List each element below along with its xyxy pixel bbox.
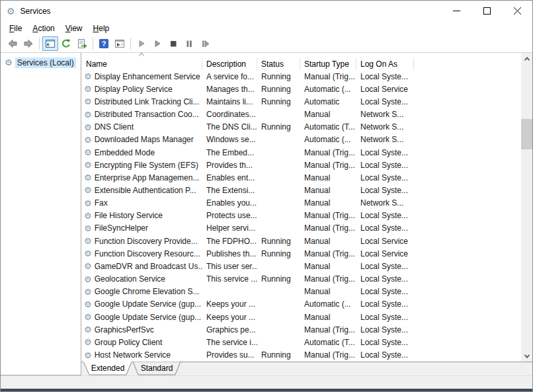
titlebar: ⚙ Services bbox=[1, 1, 532, 21]
table-row[interactable]: ⚙Group Policy ClientThe service i...Auto… bbox=[81, 336, 532, 348]
cell-log_on_as: Local Syste... bbox=[356, 223, 414, 233]
cell-startup_type: Manual bbox=[300, 173, 356, 182]
service-gear-icon: ⚙ bbox=[84, 186, 92, 194]
resume-service-button[interactable] bbox=[149, 36, 165, 51]
cell-name: ⚙Distributed Transaction Coo... bbox=[81, 110, 202, 119]
table-row[interactable]: ⚙Host Network ServiceProvides su...Runni… bbox=[81, 348, 532, 361]
cell-description: The Embed... bbox=[202, 148, 257, 157]
maximize-button[interactable] bbox=[472, 1, 502, 21]
cell-log_on_as: Network S... bbox=[356, 135, 414, 144]
table-row[interactable]: ⚙Google Update Service (gup...Keeps your… bbox=[81, 298, 532, 311]
cell-name: ⚙Google Update Service (gup... bbox=[81, 299, 202, 309]
cell-name: ⚙GameDVR and Broadcast Us... bbox=[81, 262, 202, 271]
table-row[interactable]: ⚙Encrypting File System (EFS)Provides th… bbox=[81, 159, 532, 171]
vertical-scrollbar[interactable] bbox=[521, 53, 532, 362]
service-gear-icon: ⚙ bbox=[84, 212, 92, 220]
cell-log_on_as: Local Syste... bbox=[356, 299, 414, 309]
table-row[interactable]: ⚙Geolocation ServiceThis service ...Runn… bbox=[81, 273, 532, 286]
cell-name: ⚙Host Network Service bbox=[81, 350, 202, 360]
table-row[interactable]: ⚙Display Policy ServiceManages th...Runn… bbox=[81, 83, 532, 95]
table-row[interactable]: ⚙Distributed Transaction Coo...Coordinat… bbox=[81, 108, 532, 120]
cell-log_on_as: Local Syste... bbox=[356, 97, 414, 106]
tree-item-services-local[interactable]: ⚙ Services (Local) bbox=[1, 56, 81, 69]
table-row[interactable]: ⚙GameDVR and Broadcast Us...This user se… bbox=[81, 260, 532, 272]
menu-view[interactable]: View bbox=[60, 22, 88, 34]
cell-log_on_as: Local Syste... bbox=[356, 325, 414, 334]
menu-help[interactable]: Help bbox=[88, 22, 115, 34]
restart-service-button[interactable] bbox=[197, 36, 213, 51]
cell-startup_type: Manual (Trig... bbox=[300, 249, 356, 258]
play-icon bbox=[152, 38, 163, 49]
list-header: Name Description Status Startup Type Log… bbox=[81, 53, 532, 70]
forward-button[interactable] bbox=[20, 36, 36, 51]
cell-startup_type: Automatic (... bbox=[300, 299, 356, 309]
table-row[interactable]: ⚙Google Update Service (gup...Keeps your… bbox=[81, 311, 532, 323]
export-list-button[interactable] bbox=[74, 36, 90, 51]
column-header-name[interactable]: Name bbox=[81, 58, 202, 70]
column-header-log-on-as[interactable]: Log On As bbox=[356, 58, 414, 70]
cell-log_on_as: Local Syste... bbox=[356, 161, 414, 170]
table-row[interactable]: ⚙Enterprise App Managemen...Enables ent.… bbox=[81, 171, 532, 184]
table-row[interactable]: ⚙Distributed Link Tracking Cli...Maintai… bbox=[81, 95, 532, 108]
toolbar-separator bbox=[39, 38, 40, 50]
cell-log_on_as: Local Syste... bbox=[356, 313, 414, 322]
cell-log_on_as: Local Syste... bbox=[356, 350, 414, 360]
service-gear-icon: ⚙ bbox=[84, 173, 92, 182]
table-row[interactable]: ⚙FaxEnables you...ManualNetwork S... bbox=[81, 197, 532, 210]
help-button[interactable]: ? bbox=[96, 36, 112, 51]
cell-name: ⚙Embedded Mode bbox=[81, 148, 202, 157]
menu-action[interactable]: Action bbox=[27, 22, 60, 34]
view-tabstrip: Extended Standard bbox=[81, 362, 532, 375]
column-header-startup-type[interactable]: Startup Type bbox=[300, 58, 356, 70]
cell-startup_type: Manual bbox=[300, 262, 356, 271]
pause-service-button[interactable] bbox=[181, 36, 197, 51]
table-row[interactable]: ⚙Function Discovery Resourc...Publishes … bbox=[81, 247, 532, 260]
cell-log_on_as: Network S... bbox=[356, 122, 414, 132]
cell-log_on_as: Network S... bbox=[356, 110, 414, 119]
table-row[interactable]: ⚙Embedded ModeThe Embed...Manual (Trig..… bbox=[81, 146, 532, 159]
menu-file[interactable]: File bbox=[4, 22, 27, 34]
service-list-panel: Name Description Status Startup Type Log… bbox=[81, 53, 532, 375]
cell-name: ⚙FileSyncHelper bbox=[81, 223, 202, 233]
table-row[interactable]: ⚙Downloaded Maps ManagerWindows se...Aut… bbox=[81, 134, 532, 146]
cell-startup_type: Automatic (T... bbox=[300, 338, 356, 347]
cell-name: ⚙Fax bbox=[81, 198, 202, 208]
service-gear-icon: ⚙ bbox=[84, 288, 92, 296]
cell-name: ⚙Google Update Service (gup... bbox=[81, 313, 202, 322]
table-row[interactable]: ⚙DNS ClientThe DNS Cli...RunningAutomati… bbox=[81, 121, 532, 134]
stop-service-button[interactable] bbox=[165, 36, 181, 51]
scrollbar-thumb[interactable] bbox=[521, 119, 532, 149]
tab-extended-label[interactable]: Extended bbox=[91, 364, 125, 373]
refresh-button[interactable] bbox=[58, 36, 74, 51]
cell-status: Running bbox=[257, 237, 300, 246]
minimize-icon bbox=[453, 7, 460, 15]
cell-startup_type: Manual (Trig... bbox=[300, 350, 356, 360]
scroll-down-button[interactable] bbox=[521, 350, 532, 362]
table-row[interactable]: ⚙Extensible Authentication P...The Exten… bbox=[81, 184, 532, 196]
scroll-up-button[interactable] bbox=[521, 53, 532, 64]
column-header-status[interactable]: Status bbox=[257, 58, 300, 70]
cell-log_on_as: Local Syste... bbox=[356, 211, 414, 220]
minimize-button[interactable] bbox=[441, 1, 472, 21]
show-properties-button[interactable] bbox=[112, 36, 128, 51]
table-row[interactable]: ⚙Google Chrome Elevation S...ManualLocal… bbox=[81, 286, 532, 298]
cell-description: The service i... bbox=[202, 338, 257, 347]
cell-startup_type: Automatic (... bbox=[300, 85, 356, 94]
tab-standard-label[interactable]: Standard bbox=[141, 364, 173, 373]
show-console-tree-button[interactable] bbox=[42, 36, 58, 51]
cell-description: The Extensi... bbox=[202, 186, 257, 195]
cell-startup_type: Manual bbox=[300, 110, 356, 119]
table-row[interactable]: ⚙File History ServiceProtects use...Manu… bbox=[81, 210, 532, 222]
table-row[interactable]: ⚙FileSyncHelperHelper servi...Manual (Tr… bbox=[81, 222, 532, 235]
table-row[interactable]: ⚙Function Discovery Provide...The FDPHO.… bbox=[81, 235, 532, 247]
start-service-button[interactable] bbox=[134, 36, 149, 51]
cell-name: ⚙Function Discovery Provide... bbox=[81, 237, 202, 246]
table-row[interactable]: ⚙GraphicsPerfSvcGraphics pe...Manual (Tr… bbox=[81, 323, 532, 336]
service-gear-icon: ⚙ bbox=[84, 136, 92, 144]
cell-description: This service ... bbox=[202, 274, 257, 284]
cell-description: Maintains li... bbox=[202, 97, 257, 106]
back-button[interactable] bbox=[5, 36, 20, 51]
column-header-description[interactable]: Description bbox=[202, 58, 257, 70]
table-row[interactable]: ⚙Display Enhancement ServiceA service fo… bbox=[81, 70, 532, 83]
close-button[interactable] bbox=[502, 1, 532, 21]
